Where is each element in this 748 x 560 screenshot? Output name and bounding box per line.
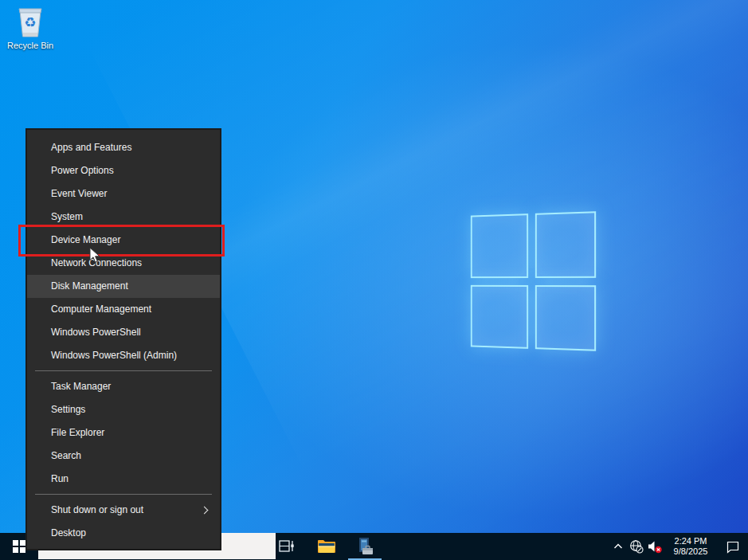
menu-item-system[interactable]: System	[27, 206, 220, 229]
menu-item-windows-powershell[interactable]: Windows PowerShell	[27, 321, 220, 344]
menu-item-label: Apps and Features	[51, 137, 131, 159]
menu-item-event-viewer[interactable]: Event Viewer	[27, 182, 220, 206]
recycle-bin-desktop-icon[interactable]: ♻ Recycle Bin	[6, 6, 54, 50]
network-status-icon[interactable]	[627, 533, 645, 560]
server-manager-button[interactable]	[346, 533, 384, 560]
menu-item-task-manager[interactable]: Task Manager	[27, 375, 220, 398]
menu-item-computer-management[interactable]: Computer Management	[27, 298, 220, 321]
submenu-chevron-icon	[201, 507, 209, 515]
logo-pane	[535, 285, 596, 351]
menu-item-device-manager[interactable]: Device Manager	[27, 229, 220, 252]
menu-item-windows-powershell-admin[interactable]: Windows PowerShell (Admin)	[27, 344, 220, 367]
task-view-icon	[278, 538, 296, 554]
menu-separator	[27, 491, 220, 499]
clock-time: 2:24 PM	[667, 536, 715, 546]
menu-item-run[interactable]: Run	[27, 468, 220, 491]
menu-item-label: Windows PowerShell (Admin)	[51, 345, 177, 366]
menu-item-apps-and-features[interactable]: Apps and Features	[27, 136, 220, 159]
menu-item-label: Task Manager	[51, 376, 111, 397]
action-center-icon	[726, 540, 740, 554]
chevron-up-icon	[613, 543, 623, 550]
windows-start-icon	[13, 540, 25, 553]
menu-item-label: Network Connections	[51, 253, 142, 274]
menu-separator	[27, 367, 220, 375]
server-manager-icon	[354, 537, 375, 556]
file-explorer-icon	[317, 538, 336, 554]
logo-pane	[471, 213, 528, 277]
volume-muted-icon	[647, 539, 663, 554]
menu-item-label: Search	[51, 445, 81, 467]
menu-item-search[interactable]: Search	[27, 444, 220, 468]
task-view-button[interactable]	[269, 533, 304, 560]
menu-item-label: Disk Management	[51, 276, 128, 297]
menu-item-file-explorer[interactable]: File Explorer	[27, 421, 220, 444]
menu-item-desktop[interactable]: Desktop	[27, 522, 220, 545]
menu-item-label: Desktop	[51, 523, 86, 544]
menu-item-disk-management[interactable]: Disk Management	[27, 275, 220, 298]
menu-item-label: File Explorer	[51, 422, 104, 444]
recycle-bin-icon: ♻	[14, 6, 46, 39]
hidden-icons-chevron[interactable]	[609, 533, 627, 560]
menu-item-label: Computer Management	[51, 299, 151, 320]
menu-item-label: Event Viewer	[51, 183, 107, 205]
recycle-bin-label: Recycle Bin	[6, 41, 54, 50]
logo-pane	[535, 211, 596, 277]
menu-item-label: Run	[51, 468, 69, 490]
svg-text:♻: ♻	[24, 14, 36, 30]
windows-wallpaper-logo	[471, 211, 596, 351]
menu-item-label: Power Options	[51, 160, 114, 182]
action-center-button[interactable]	[718, 533, 748, 560]
system-tray: 2:24 PM 9/8/2025	[609, 533, 748, 560]
desktop: ♻ Recycle Bin	[0, 0, 748, 560]
globe-no-internet-icon	[629, 539, 644, 554]
volume-icon[interactable]	[645, 533, 664, 560]
file-explorer-button[interactable]	[309, 533, 344, 560]
winx-menu: Apps and FeaturesPower OptionsEvent View…	[25, 128, 221, 550]
menu-item-label: System	[51, 206, 83, 228]
menu-item-label: Device Manager	[51, 229, 120, 251]
menu-item-label: Settings	[51, 399, 85, 421]
menu-item-settings[interactable]: Settings	[27, 398, 220, 421]
winx-menu-items: Apps and FeaturesPower OptionsEvent View…	[27, 136, 220, 545]
menu-item-network-connections[interactable]: Network Connections	[27, 252, 220, 275]
menu-item-label: Shut down or sign out	[51, 499, 143, 521]
menu-item-power-options[interactable]: Power Options	[27, 159, 220, 182]
menu-item-label: Windows PowerShell	[51, 322, 141, 343]
clock-date: 9/8/2025	[667, 546, 715, 557]
taskbar-clock[interactable]: 2:24 PM 9/8/2025	[667, 536, 715, 557]
logo-pane	[471, 284, 528, 348]
menu-item-shut-down-or-sign-out[interactable]: Shut down or sign out	[27, 499, 220, 522]
